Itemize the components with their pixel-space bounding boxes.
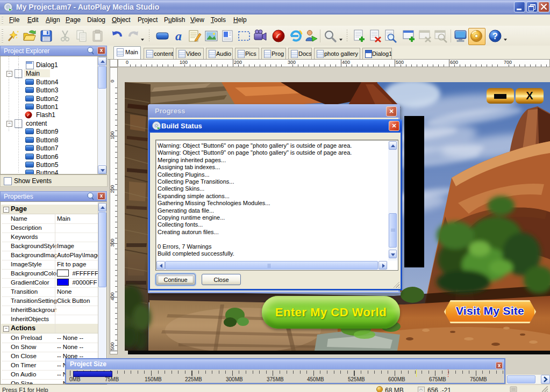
svg-text:?: ?: [492, 32, 498, 41]
svg-text:a: a: [175, 29, 182, 43]
